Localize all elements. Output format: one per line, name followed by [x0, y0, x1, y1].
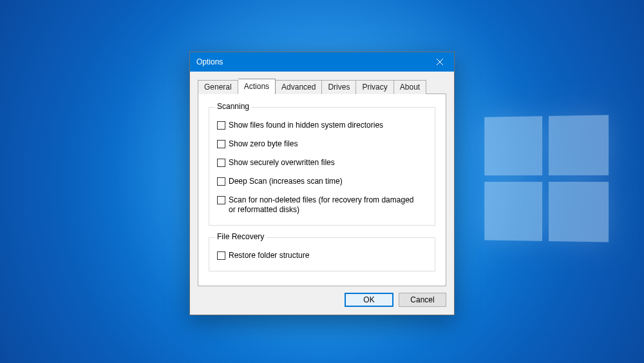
group-scanning: Scanning Show files found in hidden syst…	[209, 107, 435, 226]
tab-actions[interactable]: Actions	[238, 79, 276, 94]
group-title-file-recovery: File Recovery	[214, 232, 267, 241]
cancel-button[interactable]: Cancel	[399, 293, 446, 307]
checkbox-label: Deep Scan (increases scan time)	[229, 177, 343, 186]
group-title-scanning: Scanning	[214, 102, 252, 111]
close-icon	[437, 59, 443, 65]
checkbox-icon	[217, 159, 225, 167]
checkbox-show-overwritten[interactable]: Show securely overwritten files	[217, 158, 427, 168]
window-title: Options	[196, 52, 223, 72]
checkbox-icon	[217, 177, 225, 186]
checkbox-icon	[217, 140, 225, 148]
tab-privacy[interactable]: Privacy	[356, 80, 393, 94]
checkbox-restore-folder-structure[interactable]: Restore folder structure	[217, 251, 427, 260]
desktop-background: Options General Actions Advanced Drives …	[0, 0, 644, 363]
dialog-button-row: OK Cancel	[198, 293, 446, 307]
checkbox-show-zero-byte[interactable]: Show zero byte files	[217, 139, 427, 149]
tab-drives[interactable]: Drives	[322, 80, 356, 94]
tab-advanced[interactable]: Advanced	[276, 80, 322, 94]
checkbox-label: Restore folder structure	[229, 251, 309, 260]
checkbox-label: Show securely overwritten files	[229, 158, 335, 168]
group-file-recovery: File Recovery Restore folder structure	[209, 237, 435, 271]
tab-general[interactable]: General	[198, 80, 238, 94]
checkbox-icon	[217, 196, 225, 204]
ok-button[interactable]: OK	[345, 293, 393, 307]
checkbox-deep-scan[interactable]: Deep Scan (increases scan time)	[217, 177, 427, 186]
tab-panel-actions: Scanning Show files found in hidden syst…	[198, 93, 446, 286]
checkbox-non-deleted[interactable]: Scan for non-deleted files (for recovery…	[217, 195, 427, 215]
close-button[interactable]	[425, 52, 454, 72]
tab-strip: General Actions Advanced Drives Privacy …	[198, 78, 446, 93]
options-dialog: Options General Actions Advanced Drives …	[189, 52, 455, 315]
checkbox-icon	[217, 121, 225, 130]
tab-about[interactable]: About	[394, 80, 426, 94]
dialog-client-area: General Actions Advanced Drives Privacy …	[190, 72, 454, 315]
checkbox-label: Show files found in hidden system direct…	[229, 121, 383, 130]
checkbox-show-hidden[interactable]: Show files found in hidden system direct…	[217, 121, 427, 130]
windows-logo-icon	[484, 115, 612, 246]
checkbox-icon	[217, 251, 225, 260]
titlebar[interactable]: Options	[190, 52, 454, 72]
checkbox-label: Scan for non-deleted files (for recovery…	[229, 195, 415, 215]
checkbox-label: Show zero byte files	[229, 139, 298, 149]
